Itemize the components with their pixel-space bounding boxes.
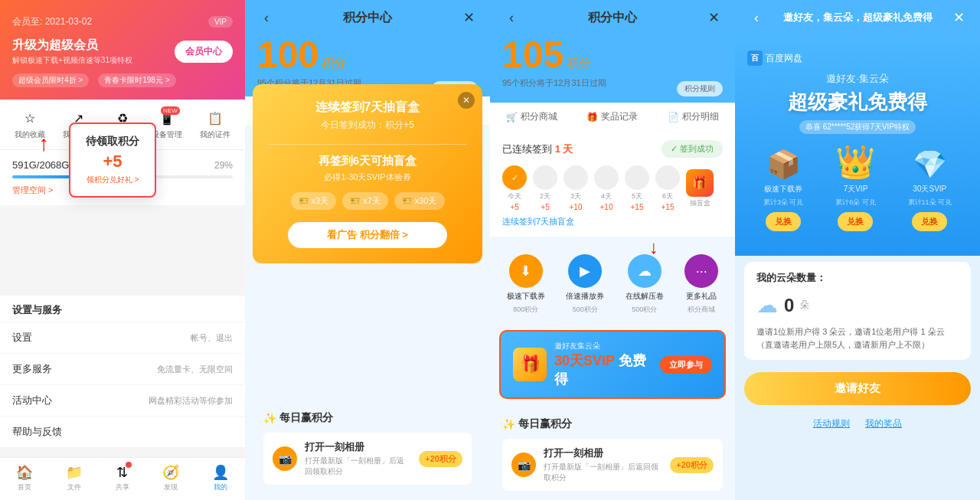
home-header: 会员至: 2021-03-02 VIP 升级为超级会员 解锁极速下载+视频倍速等… (0, 0, 245, 100)
daily-title-3: ✨ 每日赢积分 (502, 417, 723, 431)
back-button-2[interactable]: ‹ (257, 10, 276, 26)
points-header-2: ‹ 积分中心 ✕ 100 积分 95个积分将于12月31日过期 积分规则 (245, 0, 490, 96)
checkin-day-7: 🎁 抽盲盒 (686, 169, 714, 208)
promo-tag-2[interactable]: 青春卡限时198元 > (98, 74, 175, 87)
back-button-4[interactable]: ‹ (747, 10, 766, 26)
home-icon: 🏠 (16, 464, 33, 481)
list-icon-3: 📄 (668, 112, 679, 123)
storage-fill (12, 175, 77, 178)
share-icon: ⇅ (116, 464, 128, 481)
close-button-2[interactable]: ✕ (459, 9, 478, 26)
checkin-count: 1 天 (555, 143, 573, 155)
points-expire-3: 95个积分将于12月31日过期 (502, 77, 606, 89)
invite-button[interactable]: 邀请好友 (744, 372, 971, 405)
cloud-unit: 朵 (800, 299, 809, 312)
reward-more[interactable]: ··· 更多礼品 积分商城 (684, 254, 718, 315)
bottom-nav-share[interactable]: ⇅ 共享 (116, 464, 129, 492)
daily-earn-section-2: ✨ 每日赢积分 📷 打开一刻相册 打开最新版「一刻相册」后返回领取积分 +20积… (245, 393, 490, 500)
settings-section: 设置与服务 设置 帐号、退出 更多服务 免流量卡、无限空间 活动中心 网盘精彩活… (0, 296, 245, 447)
files-icon: 📁 (66, 464, 83, 481)
baidu-name: 百度网盘 (766, 52, 802, 65)
reward-icons-row: ⬇ 极速下载券 800积分 ▶ 倍速播放券 500积分 ☁ 在线解压卷 500积… (490, 245, 735, 324)
invite-header-title: 邀好友，集云朵，超级豪礼免费得 (766, 11, 949, 25)
points-number-2: 100 (257, 34, 318, 76)
points-number-3: 105 (502, 34, 564, 76)
tab-prizes-3[interactable]: 🎁 奖品记录 (573, 103, 651, 131)
reward-speed[interactable]: ▶ 倍速播放券 500积分 (566, 254, 604, 315)
daily-item-2: 📷 打开一刻相册 打开最新版「一刻相册」后返回领取积分 +20积分 (263, 433, 472, 485)
promo-tag-1[interactable]: 超级会员限时4折 > (12, 74, 89, 87)
overlay-close-button[interactable]: ✕ (458, 92, 475, 109)
svip-banner[interactable]: 🎁 邀好友集云朵 30天SVIP 免费得 立即参与 (499, 330, 726, 399)
settings-item-settings[interactable]: 设置 帐号、退出 (0, 322, 245, 353)
bottom-nav-home[interactable]: 🏠 首页 (16, 464, 33, 492)
nav-cert[interactable]: 📋 我的证件 (200, 109, 230, 140)
gifts-row: 📦 极速下载券 累计3朵 可兑 兑换 👑 7天VIP 累计6朵 可兑 兑换 💎 … (747, 143, 968, 231)
rules-button-3[interactable]: 积分规则 (677, 81, 723, 96)
exchange-svip-button[interactable]: 兑换 (912, 212, 947, 231)
activity-rules-link[interactable]: 活动规则 (813, 417, 850, 430)
discover-icon: 🧭 (162, 464, 179, 481)
invite-promo-tag: 恭喜 62*****52获得7天VIP特权 (799, 120, 916, 134)
settings-item-more[interactable]: 更多服务 免流量卡、无限空间 (0, 353, 245, 384)
bottom-nav-discover[interactable]: 🧭 发现 (162, 464, 179, 492)
reward-unzip[interactable]: ☁ 在线解压卷 500积分 (626, 254, 664, 315)
signin-again: 再签到6天可抽盲盒 (268, 154, 467, 168)
vip-center-button[interactable]: 会员中心 (175, 41, 233, 63)
checkin-status: 已连续签到 1 天 ✓ 签到成功 ✓ 今天 +5 2天 +5 3天 +10 (490, 131, 735, 237)
bottom-nav-mine[interactable]: 👤 我的 (212, 464, 229, 492)
close-button-4[interactable]: ✕ (949, 9, 968, 26)
my-clouds-title: 我的云朵数量： (756, 271, 826, 285)
svip-participate-button[interactable]: 立即参与 (660, 356, 712, 374)
my-clouds-section: 我的云朵数量： ☁ 0 朵 邀请1位新用户得 3 朵云，邀请1位老用户得 1 朵… (744, 262, 971, 360)
pending-title: 待领取积分 (86, 135, 139, 149)
daily-section-3: ✨ 每日赢积分 📷 打开一刻相册 打开最新版「一刻相册」后返回领取积分 +20积… (490, 408, 735, 500)
settings-item-activity[interactable]: 活动中心 网盘精彩活动等你参加 (0, 384, 245, 416)
vip-badge: VIP (208, 16, 233, 28)
back-button-3[interactable]: ‹ (502, 10, 521, 26)
tab-shop-3[interactable]: 🛒 积分商城 (493, 103, 570, 131)
gift-download-emoji: 📦 (766, 149, 801, 181)
close-button-3[interactable]: ✕ (704, 9, 723, 26)
unzip-icon: ☁ (628, 254, 662, 288)
my-prizes-link[interactable]: 我的奖品 (865, 417, 902, 430)
pending-points-card[interactable]: 待领取积分 +5 领积分兑好礼 > (69, 123, 156, 198)
pending-sub[interactable]: 领积分兑好礼 > (86, 175, 139, 185)
points-unit-3: 积分 (567, 56, 591, 72)
bottom-links: 活动规则 我的奖品 (735, 411, 980, 436)
invite-slogan: 邀好友·集云朵 (747, 72, 968, 86)
checkin-done-button[interactable]: ✓ 签到成功 (662, 140, 723, 158)
gift-vip: 👑 7天VIP 累计6朵 可兑 兑换 (835, 143, 876, 231)
cloud-icon: ☁ (756, 292, 778, 318)
bottom-navigation: 🏠 首页 📁 文件 ⇅ 共享 🧭 发现 👤 我的 (0, 457, 245, 500)
points-tabs-3: 🛒 积分商城 🎁 奖品记录 📄 积分明细 (490, 103, 735, 131)
points-title-3: 积分中心 (588, 10, 637, 26)
bottom-nav-files[interactable]: 📁 文件 (66, 464, 83, 492)
watch-ad-button[interactable]: 看广告 积分翻倍 > (288, 222, 447, 248)
prize-icon-30: 🎫 (402, 196, 413, 206)
clouds-desc: 邀请1位新用户得 3 朵云，邀请1位老用户得 1 朵云 （直邀请老用户上限5人，… (756, 325, 959, 351)
camera-icon-3: 📷 (511, 453, 536, 477)
settings-item-help[interactable]: 帮助与反馈 (0, 416, 245, 447)
mine-label: 我的 (214, 482, 227, 492)
reward-download[interactable]: ⬇ 极速下载券 800积分 (507, 254, 545, 315)
gift-vip-emoji: 👑 (835, 143, 875, 181)
panel-invite: ‹ 邀好友，集云朵，超级豪礼免费得 ✕ 百 百度网盘 邀好友·集云朵 超级豪礼免… (735, 0, 980, 500)
baidu-icon: 百 (747, 51, 763, 66)
panel-home: 会员至: 2021-03-02 VIP 升级为超级会员 解锁极速下载+视频倍速等… (0, 0, 245, 500)
points-title-2: 积分中心 (343, 10, 392, 26)
storage-used: 591G/2068G (12, 159, 69, 171)
signin-prizes: 必得1-30天SVIP体验券 (268, 172, 467, 183)
panel-points-3: ‹ 积分中心 ✕ 105 积分 95个积分将于12月31日过期 积分规则 🛒 积… (490, 0, 735, 500)
speed-icon: ▶ (568, 254, 602, 288)
signin-overlay: ✕ 连续签到7天抽盲盒 今日签到成功：积分+5 再签到6天可抽盲盒 必得1-30… (253, 84, 482, 263)
gift-download: 📦 极速下载券 累计3朵 可兑 兑换 (763, 149, 804, 231)
tab-detail-3[interactable]: 📄 积分明细 (655, 103, 732, 131)
checkin-day-3: 3天 +10 (564, 165, 588, 211)
prize-chip-30: 🎫 x30天 (394, 192, 445, 210)
exchange-download-button[interactable]: 兑换 (766, 212, 801, 231)
prize-chip-7: 🎫 x7天 (342, 192, 388, 210)
exchange-vip-button[interactable]: 兑换 (838, 212, 873, 231)
svip-invite-text: 邀好友集云朵 (554, 341, 652, 351)
manage-space-link[interactable]: 管理空间 > (12, 185, 53, 196)
